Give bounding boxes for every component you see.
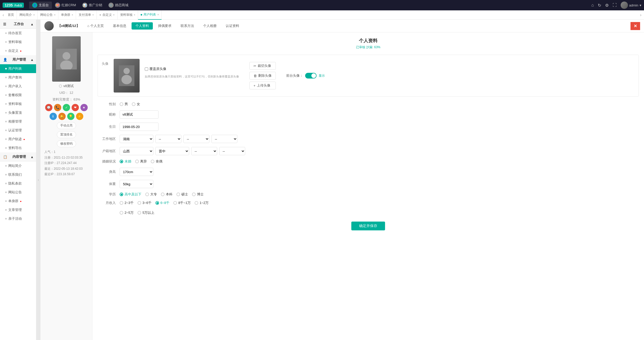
action-icon-8[interactable]: 💡: [67, 113, 74, 120]
sidebar-item-avatar[interactable]: 头像置顶: [0, 108, 36, 117]
edu-college-option[interactable]: 大专: [145, 192, 157, 197]
profile-tab-profile[interactable]: 个人资料: [132, 22, 153, 30]
edu-master-option[interactable]: 硕士: [176, 192, 188, 197]
profile-tab-basic[interactable]: 基本信息: [109, 22, 130, 30]
sidebar-item-custom[interactable]: 自定义 ●: [0, 46, 36, 55]
edu-below-high-option[interactable]: 高中及以下: [120, 192, 141, 197]
rank-button[interactable]: 置顶排名: [57, 131, 76, 138]
upload-avatar-button[interactable]: + 上传头像: [249, 82, 276, 89]
sidebar-item-data-review[interactable]: 资料审核: [0, 100, 36, 108]
birthday-input[interactable]: [120, 123, 159, 131]
close-icon[interactable]: ×: [157, 13, 159, 16]
sidebar-item-singles[interactable]: 单身群 ●: [0, 197, 36, 206]
sidebar-item-review[interactable]: 资料审核: [0, 38, 36, 46]
tab-custom[interactable]: + 自定义 ×: [97, 10, 118, 20]
close-icon[interactable]: ×: [33, 13, 35, 16]
income-8k-1w-option[interactable]: 8千~1万: [173, 201, 191, 205]
admin-info[interactable]: admin ▾: [621, 2, 641, 9]
action-icon-4[interactable]: ❤: [72, 104, 79, 111]
household-province-select[interactable]: 山西: [120, 147, 153, 155]
change-password-button[interactable]: 修改密码: [57, 140, 76, 147]
close-profile-button[interactable]: ✕: [631, 22, 640, 30]
sidebar-item-contact[interactable]: 联系我们: [0, 170, 36, 179]
top-nav-crm[interactable]: 💝 红娘CRM: [52, 2, 79, 9]
refresh-icon[interactable]: ↻: [598, 3, 601, 8]
work-district-select[interactable]: --: [183, 135, 209, 143]
tab-next-btn[interactable]: ›: [639, 13, 643, 17]
close-icon[interactable]: ×: [113, 13, 115, 16]
sidebar-item-pending[interactable]: 待办首页: [0, 29, 36, 38]
income-5w-plus-option[interactable]: 5万以上: [138, 210, 154, 215]
income-1-2w-option[interactable]: 1~2万: [195, 201, 209, 205]
profile-tab-contact[interactable]: 联系方法: [177, 22, 198, 30]
close-icon[interactable]: ×: [92, 13, 94, 16]
tab-prev-btn[interactable]: ‹: [1, 13, 5, 17]
tab-user-list[interactable]: 用户列表 ×: [138, 10, 162, 20]
crop-avatar-button[interactable]: ✂ 裁切头像: [249, 62, 276, 70]
work-detail-select[interactable]: --: [211, 135, 237, 143]
gender-male-option[interactable]: 男: [120, 102, 128, 107]
profile-tab-album[interactable]: 个人相册: [199, 22, 221, 30]
close-icon[interactable]: ×: [54, 13, 56, 16]
sidebar-item-privacy[interactable]: 隐私条款: [0, 179, 36, 188]
edu-doctor-option[interactable]: 博士: [192, 192, 204, 197]
tab-intro[interactable]: 网站简介 ×: [17, 10, 38, 20]
sidebar-item-package[interactable]: 套餐权限: [0, 91, 36, 100]
action-icon-7[interactable]: 🔔: [58, 113, 66, 120]
sidebar-item-user-query[interactable]: 用户查询: [0, 73, 36, 82]
action-icon-5[interactable]: ★: [80, 104, 88, 111]
sidebar-section-user-mgmt[interactable]: 👤 用户管理 ▴: [0, 55, 36, 64]
delete-avatar-button[interactable]: 🗑 删除头像: [249, 72, 276, 80]
settings-icon[interactable]: ⚙: [605, 3, 609, 8]
action-icon-1[interactable]: 💬: [45, 104, 52, 111]
sidebar-item-site-notice[interactable]: 网站公告: [0, 188, 36, 197]
nickname-input[interactable]: [120, 110, 159, 119]
sidebar-item-export[interactable]: 资料导出: [0, 144, 36, 152]
tab-notice[interactable]: 网站公告 ×: [38, 10, 58, 20]
sidebar-toggle-btn[interactable]: ‹: [36, 20, 40, 340]
marital-single-option[interactable]: 未婚: [120, 159, 131, 164]
edu-bachelor-option[interactable]: 本科: [161, 192, 173, 197]
sidebar-item-track[interactable]: 用户轨迹 ●: [0, 135, 36, 144]
top-nav-marketing[interactable]: 📊 推广分销: [79, 2, 105, 9]
manual-light-button[interactable]: 手动点亮: [57, 122, 76, 129]
sidebar-item-activities[interactable]: 亲子活动: [0, 214, 36, 223]
household-district-select[interactable]: --: [191, 147, 217, 155]
close-icon[interactable]: ×: [72, 13, 73, 16]
sidebar-item-album[interactable]: 相册管理: [0, 117, 36, 126]
height-select[interactable]: 170cm 155cm 160cm 165cm 175cm 180cm: [120, 168, 153, 176]
action-icon-2[interactable]: 📞: [54, 104, 61, 111]
tab-review[interactable]: 资料审核 ×: [118, 10, 138, 20]
income-2-5w-option[interactable]: 2~5万: [120, 210, 134, 215]
sidebar-item-user-login[interactable]: 用户录入: [0, 82, 36, 91]
profile-tab-matchmaking[interactable]: 择偶要求: [154, 22, 175, 30]
income-6-8k-option[interactable]: 6~8千: [155, 201, 169, 205]
marital-widowed-option[interactable]: 丧偶: [151, 159, 162, 164]
top-nav-dashboard[interactable]: 👤 主后台: [29, 2, 52, 9]
close-icon[interactable]: ×: [134, 13, 135, 16]
income-2-3k-option[interactable]: 2~3千: [120, 201, 134, 205]
action-icon-9[interactable]: ⚡: [76, 113, 83, 120]
frontend-display-toggle[interactable]: [305, 73, 317, 79]
sidebar-item-articles[interactable]: 文章管理: [0, 206, 36, 214]
tab-home[interactable]: 首页: [5, 10, 17, 20]
household-detail-select[interactable]: --: [219, 147, 245, 155]
submit-button[interactable]: 确定并保存: [351, 222, 385, 230]
action-icon-6[interactable]: ℹ: [50, 113, 57, 120]
sidebar-item-cert[interactable]: 认证管理: [0, 126, 36, 135]
sidebar-item-site-intro[interactable]: 网站简介: [0, 161, 36, 170]
sidebar-item-user-list[interactable]: 用户列表: [0, 64, 36, 73]
sidebar-section-content-mgmt[interactable]: 📋 内容管理 ▴: [0, 152, 36, 161]
action-icon-3[interactable]: ✓: [63, 104, 70, 111]
cover-original-checkbox[interactable]: [145, 67, 148, 71]
profile-tab-cert[interactable]: 认证资料: [222, 22, 243, 30]
profile-tab-home[interactable]: ⌂ 个人主页: [84, 22, 108, 30]
income-3-6k-option[interactable]: 3~6千: [138, 201, 152, 205]
fullscreen-icon[interactable]: ⛶: [613, 3, 617, 8]
marital-divorced-option[interactable]: 离异: [135, 159, 147, 164]
gender-female-option[interactable]: 女: [132, 102, 140, 107]
top-nav-shop[interactable]: 🛒 婚恋商城: [105, 2, 132, 9]
work-province-select[interactable]: 湖南: [120, 135, 153, 143]
tab-payment[interactable]: 支付清单 ×: [76, 10, 97, 20]
sidebar-section-workbench[interactable]: ☰ 工作台 ▴: [0, 20, 36, 29]
